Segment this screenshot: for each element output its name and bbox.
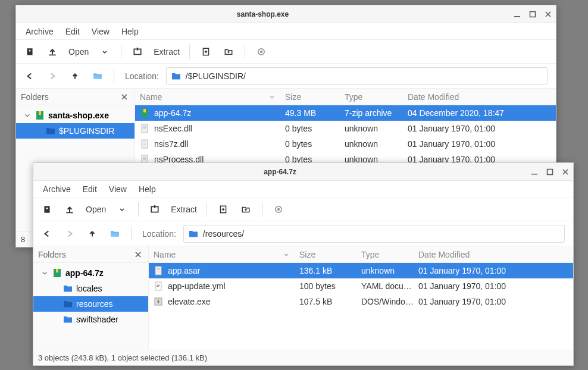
body: Folders app-64.7z locales resources swif… bbox=[33, 246, 573, 350]
tree-item[interactable]: locales bbox=[33, 281, 148, 296]
col-date[interactable]: Date Modified bbox=[403, 92, 556, 102]
open-archive-icon[interactable] bbox=[60, 200, 80, 219]
archive-icon bbox=[140, 108, 149, 118]
extract-icon[interactable] bbox=[127, 42, 148, 61]
file-row[interactable]: app.asar136.1 kBunknown01 January 1970, … bbox=[149, 263, 573, 278]
col-date[interactable]: Date Modified bbox=[414, 250, 573, 259]
archive-icon bbox=[35, 111, 45, 120]
tree-item-label: swiftshader bbox=[76, 315, 118, 324]
menu-archive[interactable]: Archive bbox=[20, 26, 60, 37]
location-path: /resources/ bbox=[203, 229, 244, 239]
separator bbox=[245, 45, 245, 59]
menu-help[interactable]: Help bbox=[133, 183, 162, 195]
folder-icon bbox=[189, 229, 198, 239]
open-label[interactable]: Open bbox=[65, 47, 92, 57]
column-headers: Name Size Type Date Modified bbox=[149, 246, 573, 263]
separator bbox=[262, 202, 262, 217]
location-field[interactable]: /resources/ bbox=[183, 225, 565, 243]
tree-item[interactable]: $PLUGINSDIR bbox=[16, 123, 135, 139]
titlebar[interactable]: app-64.7z bbox=[33, 163, 573, 181]
cell-name: app.asar bbox=[149, 266, 295, 275]
open-dropdown[interactable] bbox=[95, 42, 115, 61]
col-name[interactable]: Name bbox=[149, 250, 295, 259]
add-folder-button[interactable] bbox=[218, 42, 239, 61]
menu-view[interactable]: View bbox=[86, 26, 115, 37]
close-tree-icon[interactable] bbox=[119, 92, 130, 102]
collapse-icon[interactable] bbox=[40, 269, 49, 277]
add-folder-button[interactable] bbox=[236, 200, 256, 219]
file-row[interactable]: nsExec.dll0 bytesunknown01 January 1970,… bbox=[135, 121, 556, 136]
nav-home-button[interactable] bbox=[87, 67, 108, 86]
maximize-button[interactable] bbox=[525, 8, 540, 21]
nav-up-button[interactable] bbox=[82, 224, 102, 243]
window-app64: app-64.7z Archive Edit View Help Open Ex… bbox=[33, 162, 574, 366]
nav-back-button[interactable] bbox=[37, 224, 57, 243]
col-type[interactable]: Type bbox=[340, 92, 403, 102]
add-files-button[interactable] bbox=[196, 42, 216, 61]
tree-item[interactable]: santa-shop.exe bbox=[16, 108, 135, 123]
menu-help[interactable]: Help bbox=[115, 26, 145, 37]
file-rows[interactable]: app.asar136.1 kBunknown01 January 1970, … bbox=[149, 263, 573, 350]
expand-icon[interactable] bbox=[51, 315, 60, 324]
folder-tree[interactable]: app-64.7z locales resources swiftshader bbox=[33, 263, 148, 350]
extract-icon[interactable] bbox=[145, 200, 165, 219]
col-size[interactable]: Size bbox=[295, 250, 356, 259]
statusbar: 3 objects (243.8 kB), 1 object selected … bbox=[33, 350, 573, 365]
extract-label[interactable]: Extract bbox=[150, 47, 183, 57]
cell-size: 107.5 kB bbox=[295, 297, 356, 306]
open-archive-icon[interactable] bbox=[42, 42, 62, 61]
col-size[interactable]: Size bbox=[280, 92, 340, 102]
close-tree-icon[interactable] bbox=[133, 249, 143, 260]
nav-forward-button[interactable] bbox=[60, 224, 80, 243]
cell-type: unknown bbox=[356, 266, 414, 275]
titlebar[interactable]: santa-shop.exe bbox=[16, 5, 556, 23]
navbar: Location: /resources/ bbox=[33, 221, 573, 246]
nav-home-button[interactable] bbox=[105, 224, 125, 243]
maximize-button[interactable] bbox=[542, 165, 558, 178]
menu-edit[interactable]: Edit bbox=[60, 26, 86, 37]
new-archive-button[interactable] bbox=[37, 200, 57, 219]
expand-icon[interactable] bbox=[51, 284, 60, 293]
separator bbox=[131, 227, 132, 241]
file-icon bbox=[140, 124, 149, 133]
file-row[interactable]: nsis7z.dll0 bytesunknown01 January 1970,… bbox=[135, 136, 556, 152]
file-row[interactable]: elevate.exe107.5 kBDOS/Windo…01 January … bbox=[149, 294, 573, 309]
file-row[interactable]: app-update.yml100 bytesYAML docu…01 Janu… bbox=[149, 278, 573, 294]
cell-size: 49.3 MB bbox=[280, 108, 340, 118]
tree-item[interactable]: swiftshader bbox=[33, 312, 148, 327]
menu-edit[interactable]: Edit bbox=[77, 183, 103, 195]
close-button[interactable] bbox=[540, 8, 556, 21]
nav-forward-button[interactable] bbox=[42, 67, 62, 86]
nav-up-button[interactable] bbox=[65, 67, 85, 86]
cell-type: YAML docu… bbox=[356, 281, 414, 291]
stop-button[interactable] bbox=[268, 200, 289, 219]
minimize-button[interactable] bbox=[509, 8, 525, 21]
close-button[interactable] bbox=[558, 165, 573, 178]
menu-view[interactable]: View bbox=[103, 183, 133, 195]
expand-icon[interactable] bbox=[34, 126, 42, 136]
expand-icon[interactable] bbox=[51, 299, 60, 309]
menu-archive[interactable]: Archive bbox=[37, 183, 77, 195]
cell-date: 01 January 1970, 01:00 bbox=[403, 139, 556, 149]
stop-button[interactable] bbox=[251, 42, 271, 61]
minimize-button[interactable] bbox=[527, 165, 542, 178]
file-row[interactable]: app-64.7z49.3 MB7-zip archive04 December… bbox=[135, 105, 556, 121]
nav-back-button[interactable] bbox=[20, 67, 40, 86]
open-label[interactable]: Open bbox=[82, 205, 110, 214]
col-name[interactable]: Name bbox=[135, 92, 280, 102]
col-type[interactable]: Type bbox=[356, 250, 414, 259]
cell-date: 01 January 1970, 01:00 bbox=[403, 124, 556, 133]
separator bbox=[207, 202, 207, 217]
tree-item[interactable]: app-64.7z bbox=[33, 265, 148, 281]
location-field[interactable]: /$PLUGINSDIR/ bbox=[166, 67, 548, 85]
new-archive-button[interactable] bbox=[20, 42, 40, 61]
separator bbox=[189, 45, 190, 59]
sort-icon bbox=[283, 251, 290, 258]
toolbar: Open Extract bbox=[16, 40, 556, 64]
collapse-icon[interactable] bbox=[23, 112, 32, 119]
add-files-button[interactable] bbox=[213, 200, 233, 219]
open-dropdown[interactable] bbox=[112, 200, 132, 219]
tree-item[interactable]: resources bbox=[33, 296, 148, 312]
file-icon bbox=[154, 266, 163, 275]
extract-label[interactable]: Extract bbox=[167, 205, 201, 214]
